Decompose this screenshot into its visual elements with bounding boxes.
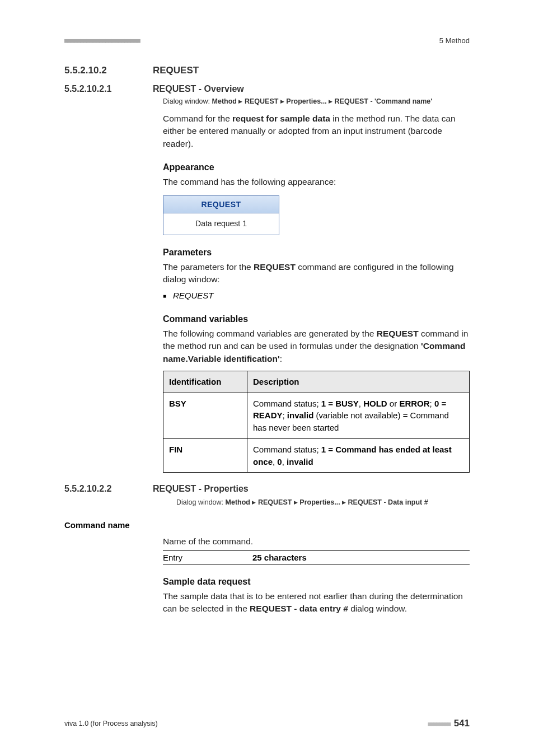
header-dashes: ■■■■■■■■■■■■■■■■■■■■■■■■ <box>64 37 140 44</box>
var-id: FIN <box>169 445 182 454</box>
breadcrumb-item: REQUEST <box>245 97 278 105</box>
breadcrumb-item: Properties... <box>286 97 326 105</box>
section-5-5-2-10-2: 5.5.2.10.2 REQUEST <box>64 65 470 76</box>
section-number: 5.5.2.10.2.2 <box>64 484 153 494</box>
appearance-heading: Appearance <box>163 162 470 172</box>
sample-data-request-heading: Sample data request <box>163 577 470 587</box>
breadcrumb-item: Properties... <box>299 498 340 506</box>
breadcrumb-label: Dialog window: <box>163 97 212 105</box>
breadcrumb-item: Method <box>212 97 237 105</box>
var-desc: Command status; 1 = BUSY, HOLD or ERROR;… <box>247 393 470 438</box>
list-item: ■ REQUEST <box>163 291 470 302</box>
request-box-body: Data request 1 <box>163 213 279 235</box>
parameters-text: The parameters for the REQUEST command a… <box>163 261 470 286</box>
breadcrumb-item: REQUEST - Data input # <box>348 498 428 506</box>
command-name-label: Command name <box>64 520 470 530</box>
section-5-5-2-10-2-2: 5.5.2.10.2.2 REQUEST - Properties <box>64 484 470 494</box>
breadcrumb-label: Dialog window: <box>176 498 226 506</box>
bullet-text: REQUEST <box>173 291 214 302</box>
parameters-heading: Parameters <box>163 248 470 258</box>
section-number: 5.5.2.10.2 <box>64 65 153 76</box>
triangle-icon: ▶ <box>252 500 256 505</box>
command-variables-text: The following command variables are gene… <box>163 328 470 365</box>
entry-row: Entry 25 characters <box>163 550 470 564</box>
var-desc: Command status; 1 = Command has ended at… <box>247 438 470 473</box>
sample-data-request-text: The sample data that is to be entered no… <box>163 590 470 615</box>
page-number: 541 <box>454 718 470 729</box>
table-header-row: Identification Description <box>163 371 470 393</box>
table-row: FIN Command status; 1 = Command has ende… <box>163 438 470 473</box>
breadcrumb: Dialog window: Method ▶ REQUEST ▶ Proper… <box>176 497 470 508</box>
bullet-icon: ■ <box>163 291 173 302</box>
entry-key: Entry <box>163 553 252 562</box>
breadcrumb-item: Method <box>226 498 250 506</box>
variables-table: Identification Description BSY Command s… <box>163 371 470 473</box>
breadcrumb-item: REQUEST <box>258 498 292 506</box>
col-identification: Identification <box>163 371 247 393</box>
triangle-icon: ▶ <box>280 99 284 104</box>
breadcrumb: Dialog window: Method ▶ REQUEST ▶ Proper… <box>163 96 470 107</box>
page-footer: viva 1.0 (for Process analysis) ■■■■■■■■… <box>64 718 470 729</box>
entry-value: 25 characters <box>252 553 307 562</box>
request-box-header: REQUEST <box>163 196 279 213</box>
command-variables-heading: Command variables <box>163 314 470 324</box>
section-title: REQUEST - Overview <box>153 84 244 94</box>
triangle-icon: ▶ <box>329 99 332 104</box>
request-command-box: REQUEST Data request 1 <box>163 195 279 235</box>
triangle-icon: ▶ <box>342 500 346 505</box>
intro-text: Command for the request for sample data … <box>163 113 470 150</box>
var-id: BSY <box>169 399 186 408</box>
section-title: REQUEST - Properties <box>153 484 249 494</box>
breadcrumb-item: REQUEST - 'Command name' <box>335 97 433 105</box>
triangle-icon: ▶ <box>294 500 298 505</box>
appearance-text: The command has the following appearance… <box>163 176 470 188</box>
section-title: REQUEST <box>153 65 199 76</box>
page-header: ■■■■■■■■■■■■■■■■■■■■■■■■ 5 Method <box>64 36 470 45</box>
triangle-icon: ▶ <box>238 99 242 104</box>
command-name-text: Name of the command. <box>163 535 470 548</box>
footer-left: viva 1.0 (for Process analysis) <box>64 720 158 727</box>
footer-dashes: ■■■■■■■■ <box>428 721 450 727</box>
section-number: 5.5.2.10.2.1 <box>64 84 153 94</box>
col-description: Description <box>247 371 470 393</box>
table-row: BSY Command status; 1 = BUSY, HOLD or ER… <box>163 393 470 438</box>
section-5-5-2-10-2-1: 5.5.2.10.2.1 REQUEST - Overview <box>64 84 470 94</box>
header-chapter: 5 Method <box>439 36 470 45</box>
